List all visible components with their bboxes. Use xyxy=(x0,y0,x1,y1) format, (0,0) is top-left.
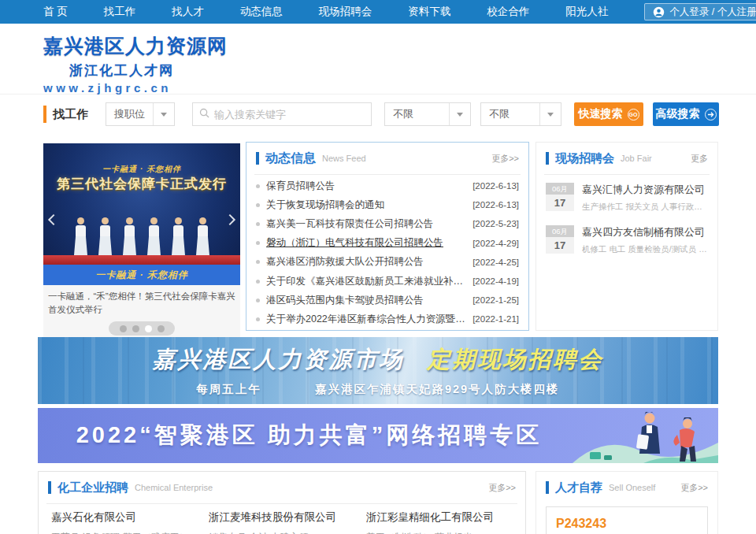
news-feed-subtitle: News Feed xyxy=(322,154,366,163)
chemical-company[interactable]: 嘉兴石化有限公司 工艺员 设备管理 警卫（残疾工） xyxy=(51,510,198,534)
company-roles: 销售专员 会计 土建主管 xyxy=(209,531,355,534)
search-category-value: 搜职位 xyxy=(106,107,153,121)
banner1-title-yellow: 定期现场招聘会 xyxy=(428,347,604,372)
candidate-card[interactable]: P243243 男 ｜ 嘉兴市->嘉兴港区 ｜ 八年以上 xyxy=(546,506,708,534)
advanced-search-button[interactable]: 高级搜索 xyxy=(653,102,719,126)
bullet-icon xyxy=(256,280,260,284)
job-fair-company: 嘉兴四方友信制桶有限公司 xyxy=(582,225,708,239)
quick-search-button[interactable]: 快速搜索 GO xyxy=(574,102,643,126)
news-feed-title: 动态信息 xyxy=(265,150,316,167)
news-more-link[interactable]: 更多>> xyxy=(491,153,519,165)
nav-news[interactable]: 动态信息 xyxy=(240,5,302,19)
date-badge-day: 17 xyxy=(546,237,574,254)
site-header: 嘉兴港区人力资源网 浙江化工人才网 www.zjhgrc.cn xyxy=(0,24,756,95)
banner1-title-white: 嘉兴港区人力资源市场 xyxy=(152,347,404,372)
topbar-right: 个人登录 / 个人注册 企业入口 xyxy=(644,3,756,20)
carousel-caption-area: 一卡融通，“禾”您相伴！第三代社会保障卡嘉兴首发仪式举行 xyxy=(43,285,240,342)
quick-search-label: 快速搜索 xyxy=(579,107,623,121)
company-roles: 普工（制造科） 营业担当 xyxy=(366,531,513,534)
nav-find-job[interactable]: 找工作 xyxy=(104,5,155,19)
carousel-dot-4[interactable] xyxy=(158,325,165,332)
news-item[interactable]: 关于恢复现场招聘会的通知 [2022-6-13] xyxy=(256,195,519,214)
news-item-title: 关于印发《嘉兴港区鼓励新员工来港就业补助操作... xyxy=(266,275,466,288)
news-item-date: [2022-6-13] xyxy=(472,200,519,210)
job-fair-item[interactable]: 06月 17 嘉兴四方友信制桶有限公司 机修工 电工 质量检验员/测试员 叉车.… xyxy=(546,225,708,255)
news-list: 保育员招聘公告 [2022-6-13] 关于恢复现场招聘会的通知 [2022-6… xyxy=(246,175,528,329)
nav-job-fair[interactable]: 现场招聘会 xyxy=(319,5,391,19)
search-filter1-value: 不限 xyxy=(385,107,449,121)
job-fair-item-info: 嘉兴四方友信制桶有限公司 机修工 电工 质量检验员/测试员 叉车... xyxy=(582,225,708,255)
search-filter2-value: 不限 xyxy=(481,107,539,121)
nav-home[interactable]: 首 页 xyxy=(43,5,87,19)
news-item[interactable]: 磐动（浙江）电气科技有限公司招聘公告 [2022-4-29] xyxy=(256,234,519,253)
arrow-right-circle-icon xyxy=(705,109,717,121)
carousel-dot-2[interactable] xyxy=(132,325,139,332)
news-item[interactable]: 关于印发《嘉兴港区鼓励新员工来港就业补助操作... [2022-4-19] xyxy=(256,272,519,291)
news-item-title: 磐动（浙江）电气科技有限公司招聘公告 xyxy=(266,236,466,250)
bullet-icon xyxy=(256,222,260,226)
date-badge-month: 06月 xyxy=(546,225,574,237)
job-fair-roles: 机修工 电工 质量检验员/测试员 叉车... xyxy=(582,244,708,255)
nav-sunshine-hr[interactable]: 阳光人社 xyxy=(565,5,627,19)
search-filter2-select[interactable]: 不限 xyxy=(480,102,561,126)
chemical-enterprise-panel: 化工企业招聘 Chemical Enterprise 更多>> 嘉兴石化有限公司… xyxy=(38,471,526,534)
news-item[interactable]: 嘉兴美一瓦科技有限责任公司招聘公告 [2022-5-23] xyxy=(256,214,519,233)
carousel-dot-1[interactable] xyxy=(120,325,127,332)
self-recommendation-more-link[interactable]: 更多>> xyxy=(680,482,708,494)
bullet-icon xyxy=(256,317,260,321)
slide-title: 第三代社会保障卡正式发行 xyxy=(43,175,240,193)
site-url: www.zjhgrc.cn xyxy=(43,81,228,95)
news-feed-header: 动态信息 News Feed 更多>> xyxy=(246,143,528,174)
personal-login-register-button[interactable]: 个人登录 / 个人注册 xyxy=(644,3,756,20)
slide-stage-floor xyxy=(43,255,240,265)
news-item-title: 关于恢复现场招聘会的通知 xyxy=(266,198,466,212)
job-fair-item[interactable]: 06月 17 嘉兴汇博人力资源有限公司 生产操作工 报关文员 人事行政助理... xyxy=(546,183,708,213)
chevron-down-icon xyxy=(153,103,174,125)
chemical-more-link[interactable]: 更多>> xyxy=(488,482,516,494)
search-filter1-select[interactable]: 不限 xyxy=(384,102,471,126)
news-item[interactable]: 关于举办2022年港区新春综合性人力资源暨春风... [2022-1-21] xyxy=(256,310,519,328)
job-fair-banner[interactable]: 嘉兴港区人力资源市场 定期现场招聘会 每周五上午 嘉兴港区乍浦镇天妃路929号人… xyxy=(38,337,718,404)
search-keyword-input[interactable] xyxy=(214,109,365,121)
news-item[interactable]: 嘉兴港区消防救援大队公开招聘公告 [2022-4-25] xyxy=(256,253,519,272)
nav-find-talent[interactable]: 找人才 xyxy=(172,5,223,19)
nav-school-cooperation[interactable]: 校企合作 xyxy=(487,5,548,19)
go-badge-icon: GO xyxy=(628,109,639,121)
advanced-search-label: 高级搜索 xyxy=(656,107,700,121)
news-item[interactable]: 保育员招聘公告 [2022-6-13] xyxy=(256,176,519,195)
job-fair-header: 现场招聘会 Job Fair 更多 xyxy=(536,143,717,174)
chevron-down-icon xyxy=(449,103,470,125)
self-recommendation-header: 人才自荐 Sell Oneself 更多>> xyxy=(536,472,717,503)
news-item-date: [2022-5-23] xyxy=(472,219,519,228)
personal-login-label: 个人登录 / 个人注册 xyxy=(669,6,756,19)
slide-tagline: 一卡融通 · 禾您相伴 xyxy=(43,164,240,175)
job-fair-item-info: 嘉兴汇博人力资源有限公司 生产操作工 报关文员 人事行政助理... xyxy=(582,183,708,213)
news-item-date: [2022-1-25] xyxy=(472,295,519,305)
search-label: 找工作 xyxy=(53,107,88,122)
carousel-dot-3[interactable] xyxy=(145,325,152,332)
news-item-date: [2022-6-13] xyxy=(472,181,519,191)
date-badge: 06月 17 xyxy=(546,225,574,255)
job-fair-roles: 生产操作工 报关文员 人事行政助理... xyxy=(582,202,708,213)
bullet-icon xyxy=(256,241,260,245)
carousel-slide[interactable]: 一卡融通 · 禾您相伴 第三代社会保障卡正式发行 一卡融通 · 禾您相伴 xyxy=(43,143,240,285)
news-item-date: [2022-4-19] xyxy=(472,276,519,286)
job-fair-list: 06月 17 嘉兴汇博人力资源有限公司 生产操作工 报关文员 人事行政助理...… xyxy=(536,175,717,255)
carousel-caption[interactable]: 一卡融通，“禾”您相伴！第三代社会保障卡嘉兴首发仪式举行 xyxy=(48,290,235,316)
job-fair-more-link[interactable]: 更多 xyxy=(691,153,708,165)
site-logo[interactable]: 嘉兴港区人力资源网 浙江化工人才网 www.zjhgrc.cn xyxy=(43,33,228,95)
date-badge-day: 17 xyxy=(546,195,574,211)
news-item[interactable]: 港区码头范围内集卡驾驶员招聘公告 [2022-1-25] xyxy=(256,291,519,310)
chemical-company[interactable]: 浙江麦堆科技股份有限公司 销售专员 会计 土建主管 xyxy=(209,510,355,534)
search-icon xyxy=(199,107,209,121)
company-name: 嘉兴石化有限公司 xyxy=(51,510,198,525)
search-category-select[interactable]: 搜职位 xyxy=(106,102,175,126)
top-nav: 首 页 找工作 找人才 动态信息 现场招聘会 资料下载 校企合作 阳光人社 xyxy=(0,5,644,19)
nav-downloads[interactable]: 资料下载 xyxy=(408,5,469,19)
online-recruitment-banner[interactable]: 2022“智聚港区 助力共富”网络招聘专区 xyxy=(38,408,718,463)
banner1-address: 嘉兴港区乍浦镇天妃路929号人防大楼四楼 xyxy=(315,383,560,395)
top-navigation-bar: 首 页 找工作 找人才 动态信息 现场招聘会 资料下载 校企合作 阳光人社 个人… xyxy=(0,0,756,24)
chemical-company[interactable]: 浙江彩皇精细化工有限公司 普工（制造科） 营业担当 xyxy=(366,510,513,534)
bullet-icon xyxy=(256,184,260,188)
section-accent-bar xyxy=(546,481,549,494)
